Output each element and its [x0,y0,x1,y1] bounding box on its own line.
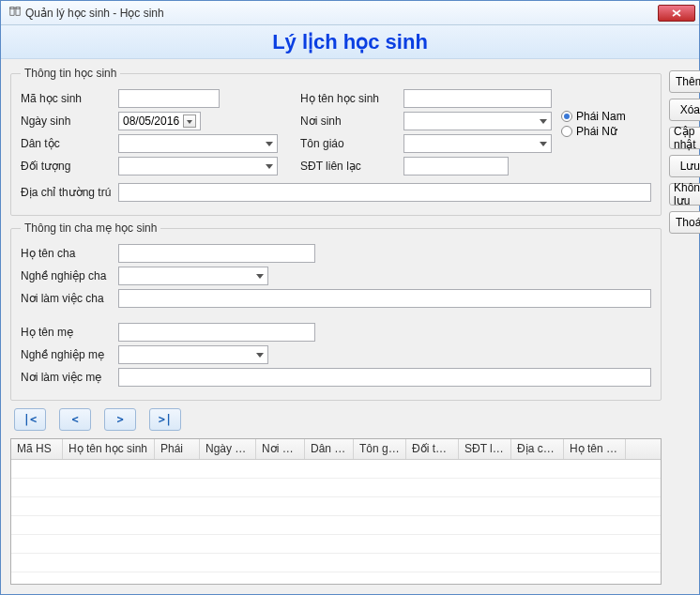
doi-tuong-combo[interactable] [118,157,278,175]
khong-luu-button[interactable]: Không lưu [669,183,700,206]
grid-column-header[interactable]: Nơi sinh [256,439,305,459]
student-info-legend: Thông tin học sinh [21,67,120,80]
window-title: Quản lý học sinh - Học sinh [25,7,658,20]
label-dan-toc: Dân tộc [21,137,113,150]
grid-row [11,516,661,535]
nghe-cha-combo[interactable] [118,267,268,285]
label-doi-tuong: Đối tượng [21,160,113,173]
radio-dot-icon [561,126,572,137]
student-info-group: Thông tin học sinh Mã học sinh Ngày sinh… [10,67,662,216]
label-ho-ten-me: Họ tên mẹ [21,326,113,339]
them-button[interactable]: Thêm [669,70,700,93]
content-area: Thông tin học sinh Mã học sinh Ngày sinh… [1,59,699,594]
page-header: Lý lịch học sinh [1,25,699,59]
grid-column-header[interactable]: Họ tên cha [564,439,626,459]
grid-row [11,535,661,554]
label-nghe-cha: Nghề nghiệp cha [21,269,113,282]
grid-column-header[interactable]: Ngày sinh [200,439,256,459]
luu-button[interactable]: Lưu [669,155,700,177]
grid-column-header[interactable]: Đối tượ... [406,439,459,459]
page-title: Lý lịch học sinh [272,30,428,54]
ngay-sinh-datepicker[interactable]: 08/05/2016 [118,112,201,130]
grid-column-header[interactable]: Họ tên học sinh [63,439,155,459]
app-icon [8,5,22,21]
noi-lam-cha-input[interactable] [118,289,651,308]
parent-info-legend: Thông tin cha mẹ học sinh [21,221,160,235]
grid-column-header[interactable]: Mã HS [11,439,63,459]
grid-header: Mã HSHọ tên học sinhPháiNgày sinhNơi sin… [11,439,661,460]
label-sdt: SĐT liên lạc [300,160,398,173]
nav-next-button[interactable]: > [104,408,136,431]
radio-dot-icon [561,111,572,122]
gender-male-label: Phái Nam [576,110,626,123]
close-button[interactable] [658,5,695,22]
thoat-button[interactable]: Thoát [669,211,700,234]
label-ngay-sinh: Ngày sinh [21,114,113,128]
grid-body [11,460,661,584]
nghe-me-combo[interactable] [118,345,268,364]
grid-column-header[interactable]: Tôn giáo [354,439,406,459]
label-noi-lam-me: Nơi làm việc mẹ [21,371,113,384]
label-dia-chi: Địa chỉ thường trú [21,186,113,199]
xoa-button[interactable]: Xóa [669,99,700,121]
action-buttons: Thêm Xóa Cập nhật Lưu Không lưu Thoát [669,67,700,585]
grid-row [11,497,661,516]
label-noi-sinh: Nơi sinh [300,114,398,128]
ho-ten-cha-input[interactable] [118,244,315,263]
nav-last-button[interactable]: >| [149,408,181,431]
ngay-sinh-value: 08/05/2016 [123,114,179,128]
titlebar: Quản lý học sinh - Học sinh [1,1,699,25]
grid-column-header[interactable]: SĐT liê... [459,439,511,459]
left-pane: Thông tin học sinh Mã học sinh Ngày sinh… [10,67,662,585]
gender-female-label: Phái Nữ [576,125,617,138]
gender-male-radio[interactable]: Phái Nam [561,110,651,123]
data-grid[interactable]: Mã HSHọ tên học sinhPháiNgày sinhNơi sin… [10,438,662,585]
grid-row [11,479,661,497]
app-window: Quản lý học sinh - Học sinh Lý lịch học … [0,0,700,595]
ton-giao-combo[interactable] [403,134,552,153]
dia-chi-input[interactable] [118,183,651,202]
grid-column-header[interactable]: Địa chỉ t... [511,439,564,459]
grid-column-header[interactable]: Dân tộc [305,439,354,459]
label-ho-ten-hs: Họ tên học sinh [300,92,398,105]
ho-ten-me-input[interactable] [118,323,315,342]
ho-ten-hs-input[interactable] [403,89,552,108]
ma-hs-input[interactable] [118,89,220,108]
nav-first-button[interactable]: |< [14,408,46,431]
grid-row [11,554,661,572]
label-ma-hs: Mã học sinh [21,92,113,105]
dan-toc-combo[interactable] [118,134,278,153]
gender-female-radio[interactable]: Phái Nữ [561,125,651,138]
calendar-icon[interactable] [183,114,196,128]
label-ho-ten-cha: Họ tên cha [21,247,113,260]
label-noi-lam-cha: Nơi làm việc cha [21,292,113,305]
nav-row: |< < > >| [10,406,662,433]
grid-column-header[interactable]: Phái [155,439,200,459]
noi-lam-me-input[interactable] [118,368,651,387]
label-ton-giao: Tôn giáo [300,137,398,150]
noi-sinh-combo[interactable] [403,112,552,130]
parent-info-group: Thông tin cha mẹ học sinh Họ tên cha Ngh… [10,221,662,401]
label-nghe-me: Nghề nghiệp mẹ [21,348,113,361]
nav-prev-button[interactable]: < [59,408,91,431]
sdt-input[interactable] [403,157,509,175]
grid-row [11,460,661,479]
cap-nhat-button[interactable]: Cập nhật [669,127,700,149]
